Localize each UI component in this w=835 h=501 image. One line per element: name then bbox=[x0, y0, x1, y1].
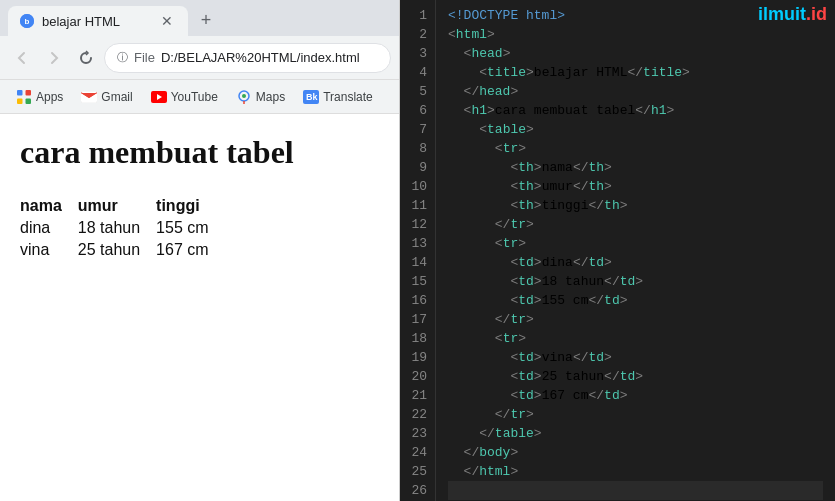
line-number: 2 bbox=[408, 25, 427, 44]
code-line: <td>25 tahun</td> bbox=[448, 367, 823, 386]
svg-text:Bk: Bk bbox=[306, 92, 318, 102]
bookmark-translate[interactable]: Bk Translate bbox=[295, 85, 381, 109]
code-line: </html> bbox=[448, 462, 823, 481]
code-line: </tr> bbox=[448, 405, 823, 424]
cell-dina-umur: 18 tahun bbox=[78, 217, 156, 239]
bookmarks-bar: Apps Gmail YouTube bbox=[0, 80, 399, 114]
bookmark-maps-label: Maps bbox=[256, 90, 285, 104]
tab-close-button[interactable]: ✕ bbox=[158, 12, 176, 30]
forward-button[interactable] bbox=[40, 44, 68, 72]
address-bar[interactable]: ⓘ File D:/BELAJAR%20HTML/index.html bbox=[104, 43, 391, 73]
active-tab[interactable]: b belajar HTML ✕ bbox=[8, 6, 188, 36]
address-info-icon: ⓘ bbox=[117, 50, 128, 65]
code-line: <td>dina</td> bbox=[448, 253, 823, 272]
reload-button[interactable] bbox=[72, 44, 100, 72]
line-number: 6 bbox=[408, 101, 427, 120]
code-line: <tr> bbox=[448, 234, 823, 253]
cell-vina-umur: 25 tahun bbox=[78, 239, 156, 261]
code-content[interactable]: <!DOCTYPE html><html> <head> <title>bela… bbox=[436, 0, 835, 501]
code-line: <th>tinggi</th> bbox=[448, 196, 823, 215]
line-number: 11 bbox=[408, 196, 427, 215]
gmail-icon bbox=[81, 89, 97, 105]
bookmark-gmail[interactable]: Gmail bbox=[73, 85, 140, 109]
col-header-umur: umur bbox=[78, 195, 156, 217]
code-line: <html> bbox=[448, 25, 823, 44]
code-line: <h1>cara membuat tabel</h1> bbox=[448, 101, 823, 120]
svg-rect-2 bbox=[17, 90, 23, 96]
svg-rect-4 bbox=[17, 98, 23, 104]
line-number: 21 bbox=[408, 386, 427, 405]
tab-favicon: b bbox=[20, 14, 34, 28]
cell-dina-tinggi: 155 cm bbox=[156, 217, 224, 239]
col-header-tinggi: tinggi bbox=[156, 195, 224, 217]
code-line: <tr> bbox=[448, 139, 823, 158]
cell-vina-tinggi: 167 cm bbox=[156, 239, 224, 261]
line-number: 16 bbox=[408, 291, 427, 310]
cell-vina-nama: vina bbox=[20, 239, 78, 261]
browser-content: cara membuat tabel nama umur tinggi dina… bbox=[0, 114, 399, 501]
nav-bar: ⓘ File D:/BELAJAR%20HTML/index.html bbox=[0, 36, 399, 80]
svg-rect-5 bbox=[26, 98, 32, 104]
line-number: 17 bbox=[408, 310, 427, 329]
apps-icon bbox=[16, 89, 32, 105]
bookmark-translate-label: Translate bbox=[323, 90, 373, 104]
line-number: 8 bbox=[408, 139, 427, 158]
line-number: 14 bbox=[408, 253, 427, 272]
line-number: 9 bbox=[408, 158, 427, 177]
code-line: <title>belajar HTML</title> bbox=[448, 63, 823, 82]
table-row: vina 25 tahun 167 cm bbox=[20, 239, 225, 261]
editor-panel: ilmuit.id 123456789101112131415161718192… bbox=[400, 0, 835, 501]
svg-point-10 bbox=[242, 94, 246, 98]
code-line: <table> bbox=[448, 120, 823, 139]
line-number: 10 bbox=[408, 177, 427, 196]
tab-bar: b belajar HTML ✕ + bbox=[0, 0, 399, 36]
page-heading: cara membuat tabel bbox=[20, 134, 379, 171]
line-number: 22 bbox=[408, 405, 427, 424]
code-line: <th>nama</th> bbox=[448, 158, 823, 177]
browser-panel: b belajar HTML ✕ + ⓘ File D:/BELAJAR%20H… bbox=[0, 0, 400, 501]
line-numbers: 1234567891011121314151617181920212223242… bbox=[400, 0, 436, 501]
code-line: </tr> bbox=[448, 310, 823, 329]
svg-rect-3 bbox=[26, 90, 32, 96]
line-number: 18 bbox=[408, 329, 427, 348]
code-line: <td>vina</td> bbox=[448, 348, 823, 367]
line-number: 20 bbox=[408, 367, 427, 386]
col-header-nama: nama bbox=[20, 195, 78, 217]
line-number: 23 bbox=[408, 424, 427, 443]
code-line: <td>167 cm</td> bbox=[448, 386, 823, 405]
line-number: 4 bbox=[408, 63, 427, 82]
line-number: 19 bbox=[408, 348, 427, 367]
maps-icon bbox=[236, 89, 252, 105]
code-area: 1234567891011121314151617181920212223242… bbox=[400, 0, 835, 501]
line-number: 13 bbox=[408, 234, 427, 253]
table-row: dina 18 tahun 155 cm bbox=[20, 217, 225, 239]
youtube-icon bbox=[151, 89, 167, 105]
code-line: </head> bbox=[448, 82, 823, 101]
bookmark-apps-label: Apps bbox=[36, 90, 63, 104]
address-prefix: File bbox=[134, 50, 155, 65]
bookmark-youtube-label: YouTube bbox=[171, 90, 218, 104]
code-line: <head> bbox=[448, 44, 823, 63]
line-number: 25 bbox=[408, 462, 427, 481]
line-number: 3 bbox=[408, 44, 427, 63]
code-line: <td>155 cm</td> bbox=[448, 291, 823, 310]
line-number: 24 bbox=[408, 443, 427, 462]
bookmark-youtube[interactable]: YouTube bbox=[143, 85, 226, 109]
bookmark-maps[interactable]: Maps bbox=[228, 85, 293, 109]
back-button[interactable] bbox=[8, 44, 36, 72]
code-line: <th>umur</th> bbox=[448, 177, 823, 196]
code-line: </body> bbox=[448, 443, 823, 462]
content-table: nama umur tinggi dina 18 tahun 155 cm vi… bbox=[20, 195, 225, 261]
code-line: </tr> bbox=[448, 215, 823, 234]
code-line bbox=[448, 481, 823, 500]
line-number: 26 bbox=[408, 481, 427, 500]
bookmark-apps[interactable]: Apps bbox=[8, 85, 71, 109]
new-tab-button[interactable]: + bbox=[192, 6, 220, 34]
line-number: 12 bbox=[408, 215, 427, 234]
cell-dina-nama: dina bbox=[20, 217, 78, 239]
editor-logo: ilmuit.id bbox=[758, 4, 827, 25]
code-line: <tr> bbox=[448, 329, 823, 348]
table-header-row: nama umur tinggi bbox=[20, 195, 225, 217]
line-number: 15 bbox=[408, 272, 427, 291]
tab-title: belajar HTML bbox=[42, 14, 150, 29]
